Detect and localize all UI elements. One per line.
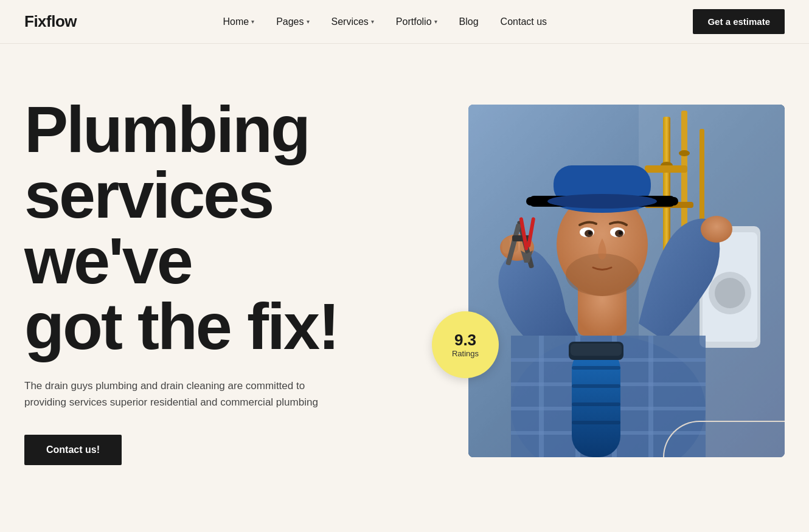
rating-label: Ratings bbox=[452, 349, 479, 358]
svg-point-48 bbox=[588, 231, 592, 235]
nav-link-blog[interactable]: Blog bbox=[459, 16, 479, 27]
hero-content: Plumbing services we've got the fix! The… bbox=[24, 97, 462, 465]
hero-description: The drain guys plumbing and drain cleani… bbox=[24, 378, 328, 410]
svg-rect-38 bbox=[572, 384, 620, 388]
nav-item-contact[interactable]: Contact us bbox=[501, 16, 547, 27]
nav-link-services[interactable]: Services ▾ bbox=[332, 16, 374, 27]
svg-point-7 bbox=[679, 150, 690, 156]
nav-item-services[interactable]: Services ▾ bbox=[332, 16, 374, 27]
svg-rect-39 bbox=[572, 402, 620, 406]
decorative-corner bbox=[663, 421, 785, 457]
svg-rect-36 bbox=[571, 344, 622, 356]
brand-logo[interactable]: Fixflow bbox=[24, 12, 77, 31]
nav-menu: Home ▾ Pages ▾ Services ▾ Portfolio ▾ Bl bbox=[223, 16, 547, 27]
nav-link-portfolio[interactable]: Portfolio ▾ bbox=[396, 16, 437, 27]
nav-item-blog[interactable]: Blog bbox=[459, 16, 479, 27]
hero-image-wrapper: 9.3 Ratings bbox=[468, 105, 785, 457]
chevron-down-icon: ▾ bbox=[371, 18, 374, 25]
svg-rect-25 bbox=[502, 238, 510, 254]
plumber-illustration bbox=[468, 105, 785, 457]
svg-point-28 bbox=[701, 216, 732, 243]
svg-point-49 bbox=[619, 231, 622, 235]
svg-rect-37 bbox=[572, 366, 620, 370]
rating-value: 9.3 bbox=[454, 331, 476, 349]
chevron-down-icon: ▾ bbox=[251, 18, 254, 25]
nav-link-contact[interactable]: Contact us bbox=[501, 16, 547, 27]
nav-link-home[interactable]: Home ▾ bbox=[223, 16, 254, 27]
svg-rect-8 bbox=[645, 165, 687, 173]
chevron-down-icon: ▾ bbox=[307, 18, 310, 25]
navbar: Fixflow Home ▾ Pages ▾ Services ▾ Portfo… bbox=[0, 0, 809, 44]
nav-item-home[interactable]: Home ▾ bbox=[223, 16, 254, 27]
hero-title: Plumbing services we've got the fix! bbox=[24, 97, 438, 359]
svg-point-43 bbox=[566, 254, 639, 296]
svg-rect-40 bbox=[572, 421, 620, 424]
nav-item-portfolio[interactable]: Portfolio ▾ bbox=[396, 16, 437, 27]
get-estimate-button[interactable]: Get a estimate bbox=[693, 9, 785, 34]
chevron-down-icon: ▾ bbox=[434, 18, 437, 25]
nav-link-pages[interactable]: Pages ▾ bbox=[276, 16, 309, 27]
contact-us-button[interactable]: Contact us! bbox=[24, 435, 122, 465]
hero-section: Plumbing services we've got the fix! The… bbox=[0, 44, 809, 530]
nav-item-pages[interactable]: Pages ▾ bbox=[276, 16, 309, 27]
svg-point-13 bbox=[715, 278, 745, 308]
svg-point-54 bbox=[547, 194, 657, 209]
svg-rect-31 bbox=[512, 235, 530, 241]
hero-image bbox=[468, 105, 785, 457]
rating-badge: 9.3 Ratings bbox=[432, 311, 499, 378]
